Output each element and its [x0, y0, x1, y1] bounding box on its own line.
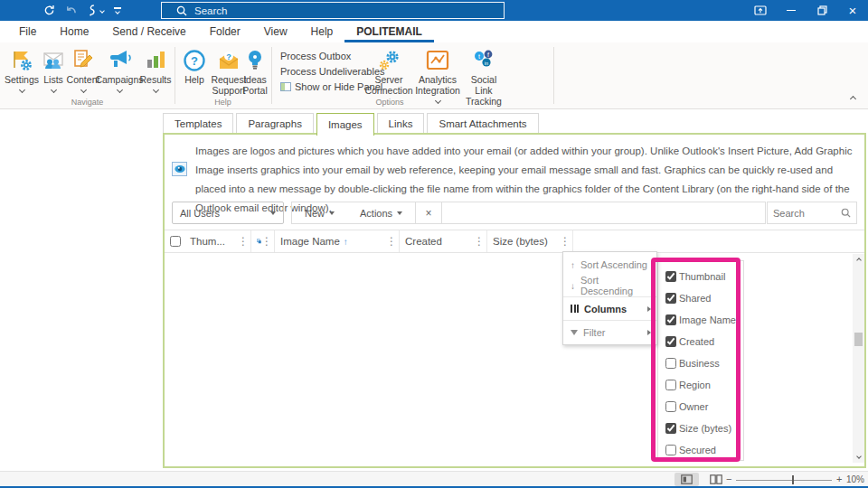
settings-icon [10, 48, 33, 73]
tab-send-receive[interactable]: Send / Receive [100, 21, 197, 42]
svg-text:f: f [487, 52, 489, 58]
column-thumbnail[interactable]: Thum... [184, 230, 251, 252]
minimize-button[interactable] [776, 0, 807, 21]
column-option-secured[interactable]: Secured [658, 439, 743, 461]
grid-header: Thum... Image Name Created Size (bytes) [165, 230, 864, 253]
sort-ascending-indicator [344, 237, 348, 247]
tab-folder[interactable]: Folder [198, 21, 252, 42]
new-button[interactable]: New [292, 202, 347, 223]
menu-item-columns[interactable]: Columns [563, 298, 656, 319]
zoom-slider-track[interactable] [736, 480, 832, 481]
server-connection-button[interactable]: Server Connection [364, 48, 413, 96]
scroll-down-icon[interactable] [853, 450, 864, 463]
select-all-checkbox[interactable] [165, 230, 184, 252]
tab-politemail[interactable]: POLITEMAIL [344, 21, 434, 42]
group-label-help: Help [175, 98, 271, 107]
settings-button[interactable]: Settings [5, 48, 38, 92]
grid-scrollbar[interactable] [853, 254, 864, 463]
column-image-name[interactable]: Image Name [275, 230, 400, 252]
lists-button[interactable]: Lists [41, 48, 66, 92]
column-shared[interactable] [251, 230, 275, 252]
send-receive-icon[interactable] [43, 5, 55, 16]
tab-templates[interactable]: Templates [163, 113, 233, 134]
chevron-down-icon [152, 87, 158, 93]
tab-home[interactable]: Home [48, 21, 100, 42]
grid-toolbar: All Users New Actions × Search [165, 201, 864, 225]
tab-paragraphs[interactable]: Paragraphs [236, 113, 313, 134]
column-size[interactable]: Size (bytes) [487, 230, 573, 252]
campaigns-button[interactable]: Campaigns [99, 48, 140, 92]
column-menu-icon[interactable] [261, 235, 272, 248]
zoom-level[interactable]: 10% [846, 474, 864, 484]
content-library-tabs: Templates Paragraphs Images Links Smart … [163, 113, 539, 134]
ideas-portal-button[interactable]: Ideas Portal [241, 48, 269, 96]
help-button[interactable]: ? Help [181, 48, 208, 85]
group-label-navigate: Navigate [0, 98, 175, 107]
window-controls [745, 0, 868, 21]
column-option-region[interactable]: Region [658, 374, 743, 396]
tab-view[interactable]: View [252, 21, 299, 42]
column-menu-icon[interactable] [386, 235, 397, 248]
ribbon-display-options-button[interactable] [745, 0, 776, 21]
group-separator [553, 47, 554, 104]
lists-icon [42, 48, 65, 73]
normal-view-button[interactable] [675, 473, 699, 486]
chevron-down-icon [397, 211, 402, 215]
clear-button[interactable]: × [415, 202, 442, 223]
tab-images[interactable]: Images [316, 113, 374, 136]
column-created[interactable]: Created [400, 230, 487, 252]
zoom-out-button[interactable]: − [726, 474, 731, 484]
columns-icon [571, 305, 579, 313]
column-option-shared[interactable]: Shared [658, 287, 743, 309]
help-icon: ? [183, 48, 206, 73]
menu-item-filter[interactable]: Filter [563, 322, 656, 343]
search-bar[interactable]: Search [161, 2, 505, 19]
sort-ascending-icon [571, 259, 575, 270]
filter-icon [571, 330, 578, 335]
column-option-size[interactable]: Size (bytes) [658, 418, 743, 439]
zoom-slider-thumb[interactable] [792, 475, 794, 484]
zoom-in-button[interactable]: + [836, 474, 842, 484]
column-menu-icon[interactable] [238, 235, 249, 248]
scrollbar-thumb[interactable] [854, 333, 863, 346]
normal-view-icon [681, 474, 693, 484]
close-button[interactable] [837, 0, 868, 21]
customize-toolbar-icon[interactable] [114, 7, 121, 14]
group-separator [271, 47, 272, 104]
svg-text:in: in [485, 61, 488, 66]
tab-help[interactable]: Help [299, 21, 345, 42]
column-option-created[interactable]: Created [658, 331, 743, 352]
tab-links[interactable]: Links [377, 113, 425, 134]
images-panel: Images are logos and pictures which you … [163, 133, 866, 468]
tab-smart-attachments[interactable]: Smart Attachments [427, 113, 538, 134]
column-option-thumbnail[interactable]: Thumbnail [658, 266, 743, 287]
undo-icon[interactable] [65, 5, 77, 16]
analytics-icon [425, 48, 450, 73]
campaigns-icon [106, 48, 133, 73]
results-button[interactable]: Results [140, 48, 171, 92]
restore-button[interactable] [807, 0, 837, 21]
svg-text:t: t [478, 53, 480, 60]
group-label-options: Options [271, 98, 508, 107]
menu-item-sort-descending[interactable]: Sort Descending [563, 275, 656, 296]
column-menu-icon[interactable] [474, 235, 485, 248]
column-option-business[interactable]: Business [658, 352, 743, 374]
tab-file[interactable]: File [7, 21, 48, 42]
actions-button[interactable]: Actions [347, 202, 415, 223]
menu-divider [563, 320, 656, 321]
menu-item-sort-ascending[interactable]: Sort Ascending [563, 254, 656, 275]
analytics-integration-button[interactable]: Analytics Integration [414, 48, 461, 103]
column-context-menu: Sort Ascending Sort Descending Columns F… [562, 251, 657, 345]
search-icon [841, 208, 851, 218]
user-filter-dropdown[interactable]: All Users [172, 202, 284, 224]
signature-icon[interactable] [87, 5, 104, 16]
column-menu-icon[interactable] [560, 235, 571, 248]
collapse-ribbon-button[interactable] [846, 93, 859, 104]
scroll-up-icon[interactable] [853, 254, 864, 267]
search-icon [176, 5, 187, 16]
content-button[interactable]: Content [67, 48, 99, 92]
reading-view-button[interactable] [703, 473, 728, 486]
grid-search-input[interactable]: Search [767, 202, 857, 224]
column-option-image-name[interactable]: Image Name [658, 309, 743, 331]
column-option-owner[interactable]: Owner [658, 396, 743, 418]
